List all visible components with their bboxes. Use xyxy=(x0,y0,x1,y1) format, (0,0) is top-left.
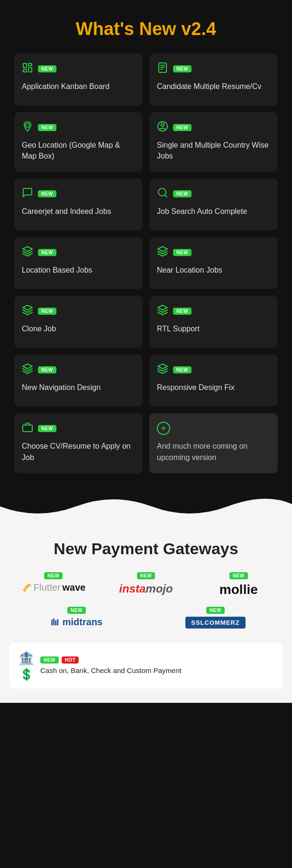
card-title: Responsive Design Fix xyxy=(157,382,270,393)
new-badge: NEW xyxy=(173,65,192,72)
card-title: Location Based Jobs xyxy=(22,265,135,275)
card-title: Careerjet and Indeed Jobs xyxy=(22,206,135,217)
card-title: New Navigation Design xyxy=(22,382,135,393)
svg-rect-3 xyxy=(23,70,27,72)
card-newnav: NEW New Navigation Design xyxy=(14,354,143,407)
bank-icon-wrap: 🏦 💲 xyxy=(18,650,35,681)
card-header: NEW xyxy=(22,422,135,435)
card-title: Geo Location (Google Map & Map Box) xyxy=(22,140,135,161)
user-circle-icon xyxy=(157,121,168,134)
cash-payment-section: 🏦 💲 NEW HOT Cash on, Bank, Check and Cus… xyxy=(9,643,283,689)
mollie-logo: mollie xyxy=(219,582,258,597)
new-badge: NEW xyxy=(173,366,192,373)
badge-row: NEW HOT xyxy=(40,656,274,664)
new-badge: NEW xyxy=(229,572,248,579)
gateway-sslcommerz: NEW SSLCOMMERZ xyxy=(185,607,245,629)
gateways-row1: NEW Flutterwave NEW instamojo NEW mollie xyxy=(9,572,283,597)
svg-marker-18 xyxy=(158,364,167,369)
briefcase-icon xyxy=(22,422,33,435)
card-header: NEW xyxy=(157,62,270,75)
doc-icon xyxy=(157,62,168,75)
svg-rect-0 xyxy=(23,63,27,68)
card-header: NEW xyxy=(22,62,135,75)
hot-badge: HOT xyxy=(62,656,79,664)
card-header: NEW xyxy=(22,304,135,318)
svg-rect-23 xyxy=(57,619,58,625)
new-badge: NEW xyxy=(40,656,59,664)
card-title: Single and Multiple Country Wise Jobs xyxy=(157,140,270,161)
card-title: Near Location Jobs xyxy=(157,265,270,275)
geo-icon xyxy=(22,121,33,134)
new-badge: NEW xyxy=(173,124,192,131)
card-responsive: NEW Responsive Design Fix xyxy=(149,354,278,407)
card-title: Clone Job xyxy=(22,323,135,334)
top-section: What's New v2.4 NEW Application Kanban B… xyxy=(0,0,292,487)
card-header: NEW xyxy=(157,363,270,376)
new-badge: NEW xyxy=(38,249,56,256)
svg-marker-16 xyxy=(158,305,167,310)
midtrans-logo: midtrans xyxy=(51,617,102,628)
card-nearlocation: NEW Near Location Jobs xyxy=(149,237,278,289)
card-header: NEW xyxy=(157,304,270,318)
card-header: NEW xyxy=(22,363,135,376)
card-header: + xyxy=(157,422,270,435)
kanban-icon xyxy=(22,62,33,75)
svg-line-12 xyxy=(165,195,167,197)
card-geo: NEW Geo Location (Google Map & Map Box) xyxy=(14,112,143,172)
clone-icon xyxy=(22,304,33,318)
plus-icon: + xyxy=(157,422,170,435)
svg-rect-21 xyxy=(53,619,55,626)
svg-point-8 xyxy=(26,124,29,127)
search-person-icon xyxy=(157,187,168,200)
main-title: What's New v2.4 xyxy=(9,19,283,39)
rtl-icon xyxy=(157,304,168,318)
new-badge: NEW xyxy=(67,607,86,614)
new-badge: NEW xyxy=(38,366,56,373)
svg-rect-2 xyxy=(28,68,32,72)
card-more: + And much more coming on upcoming versi… xyxy=(149,413,278,473)
chat-icon xyxy=(22,187,33,200)
features-grid: NEW Application Kanban Board NEW Candida… xyxy=(9,53,283,473)
card-clone: NEW Clone Job xyxy=(14,296,143,348)
payment-section: New Payment Gateways NEW Flutterwave NEW… xyxy=(0,521,292,703)
new-badge: NEW xyxy=(137,572,155,579)
card-header: NEW xyxy=(22,246,135,259)
wave-separator xyxy=(0,492,292,521)
layers-icon xyxy=(22,246,33,259)
card-rtl: NEW RTL Support xyxy=(149,296,278,348)
card-title: Choose CV/Resume to Apply on Job xyxy=(22,441,135,462)
card-title: Application Kanban Board xyxy=(22,81,135,92)
card-country: NEW Single and Multiple Country Wise Job… xyxy=(149,112,278,172)
card-resume: NEW Candidate Multiple Resume/Cv xyxy=(149,53,278,106)
card-header: NEW xyxy=(22,121,135,134)
svg-rect-20 xyxy=(51,620,53,626)
gateway-midtrans: NEW midtrans xyxy=(51,607,102,629)
nav-icon xyxy=(22,363,33,376)
title-prefix: What's New xyxy=(76,19,176,39)
new-badge: NEW xyxy=(38,124,56,131)
sslcommerz-logo: SSLCOMMERZ xyxy=(185,617,245,629)
new-badge: NEW xyxy=(38,425,56,432)
card-careerjet: NEW Careerjet and Indeed Jobs xyxy=(14,178,143,230)
gateways-row2: NEW midtrans NEW SSLCOMMERZ xyxy=(9,607,283,629)
cash-text: Cash on, Bank, Check and Custom Payment xyxy=(40,666,274,674)
card-header: NEW xyxy=(157,187,270,200)
flutterwave-logo: Flutterwave xyxy=(21,582,86,593)
svg-rect-22 xyxy=(55,620,56,626)
cash-info: NEW HOT Cash on, Bank, Check and Custom … xyxy=(40,656,274,674)
bank-icon: 🏦 xyxy=(18,650,35,666)
new-badge: NEW xyxy=(173,190,192,197)
card-header: NEW xyxy=(157,246,270,259)
svg-marker-17 xyxy=(23,364,32,369)
gateway-flutterwave: NEW Flutterwave xyxy=(21,572,86,597)
instamojo-logo: instamojo xyxy=(119,582,173,595)
card-location: NEW Location Based Jobs xyxy=(14,237,143,289)
svg-point-10 xyxy=(161,124,164,126)
new-badge: NEW xyxy=(38,65,56,72)
svg-marker-14 xyxy=(158,247,167,251)
gateway-mollie: NEW mollie xyxy=(219,572,258,597)
svg-marker-13 xyxy=(23,247,32,251)
gateway-instamojo: NEW instamojo xyxy=(119,572,173,597)
payment-title: New Payment Gateways xyxy=(9,540,283,558)
card-title: Job Search Auto Complete xyxy=(157,206,270,217)
